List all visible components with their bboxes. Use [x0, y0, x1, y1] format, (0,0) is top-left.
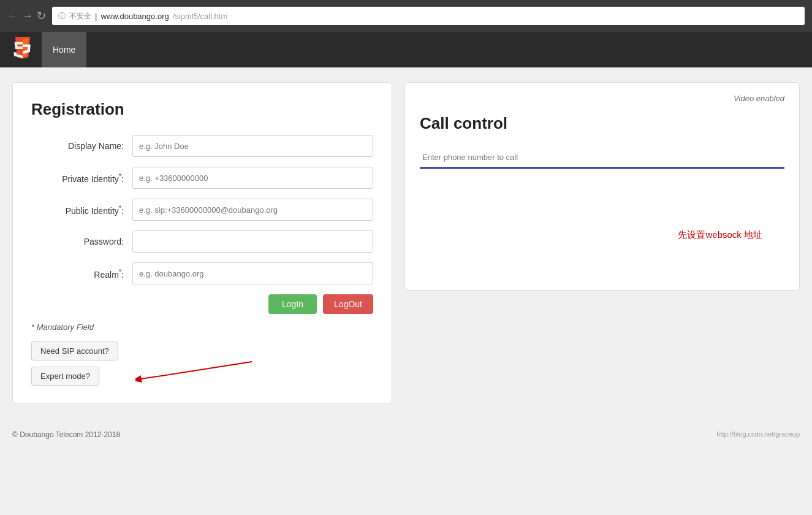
- private-identity-input[interactable]: [132, 167, 373, 189]
- login-button[interactable]: LogIn: [268, 294, 317, 314]
- realm-row: Realm*:: [31, 262, 373, 284]
- url-path: /sipml5/call.htm: [173, 12, 228, 21]
- chinese-annotation: 先设置websock 地址: [678, 229, 762, 241]
- address-bar[interactable]: ⓘ 不安全 | www.doubango.org /sipml5/call.ht…: [52, 7, 805, 25]
- call-control-card: Video enabled Call control 先设置websock 地址: [404, 82, 800, 291]
- svg-line-1: [142, 362, 252, 379]
- forward-button[interactable]: →: [22, 10, 33, 21]
- home-nav-button[interactable]: Home: [42, 32, 86, 67]
- footer: © Doubango Telecom 2012-2018 http://blog…: [0, 424, 812, 445]
- password-row: Password:: [31, 231, 373, 253]
- mandatory-note: * Mandatory Field: [31, 322, 373, 332]
- back-button[interactable]: ←: [7, 10, 18, 21]
- refresh-button[interactable]: ↻: [37, 10, 46, 21]
- public-identity-input[interactable]: [132, 199, 373, 221]
- nav-buttons: ← → ↻: [7, 10, 46, 21]
- public-identity-row: Public Identity*:: [31, 199, 373, 221]
- logout-button[interactable]: LogOut: [323, 294, 373, 314]
- password-label: Password:: [31, 237, 132, 246]
- realm-input[interactable]: [132, 262, 373, 284]
- main-content: Registration Display Name: Private Ident…: [0, 67, 812, 418]
- insecure-icon: ⓘ: [58, 11, 66, 21]
- form-buttons: LogIn LogOut: [31, 294, 373, 314]
- phone-input-wrapper: [420, 147, 784, 170]
- top-nav: Home: [0, 32, 812, 67]
- realm-label: Realm*:: [31, 268, 132, 280]
- private-identity-row: Private Identity*:: [31, 167, 373, 189]
- arrow-annotation: [135, 356, 258, 386]
- footer-link: http://blog.csdn.net/graceup: [716, 430, 800, 439]
- html5-logo: [10, 37, 36, 63]
- expert-mode-row: Expert mode?: [31, 367, 373, 386]
- insecure-label: 不安全: [69, 11, 91, 21]
- url-separator: |: [95, 12, 97, 21]
- browser-chrome: ← → ↻ ⓘ 不安全 | www.doubango.org /sipml5/c…: [0, 0, 812, 32]
- sip-account-button[interactable]: Need SIP account?: [31, 341, 118, 360]
- video-enabled-label: Video enabled: [420, 94, 784, 103]
- registration-title: Registration: [31, 100, 373, 119]
- registration-card: Registration Display Name: Private Ident…: [12, 82, 392, 403]
- phone-number-input[interactable]: [420, 147, 784, 169]
- display-name-row: Display Name:: [31, 135, 373, 157]
- call-control-title: Call control: [420, 114, 784, 133]
- copyright: © Doubango Telecom 2012-2018: [12, 430, 120, 439]
- private-identity-label: Private Identity*:: [31, 172, 132, 184]
- password-input[interactable]: [132, 231, 373, 253]
- url-base: www.doubango.org: [101, 12, 169, 21]
- expert-mode-button[interactable]: Expert mode?: [31, 367, 99, 386]
- display-name-label: Display Name:: [31, 141, 132, 151]
- public-identity-label: Public Identity*:: [31, 204, 132, 216]
- display-name-input[interactable]: [132, 135, 373, 157]
